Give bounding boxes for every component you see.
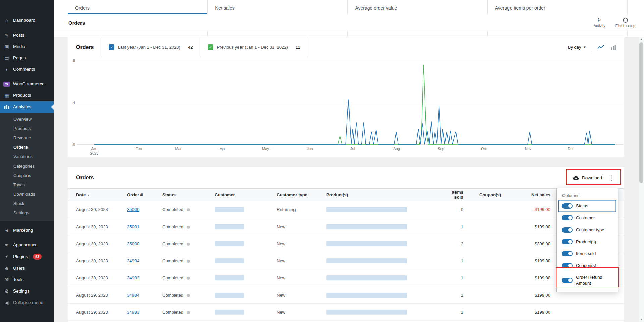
- y-axis-label: 4: [68, 100, 75, 105]
- legend-item-previous-year-jan-1-dec-31-2022[interactable]: ✓Previous year (Jan 1 - Dec 31, 2022)11: [200, 37, 308, 57]
- order-link[interactable]: 34993: [127, 275, 139, 280]
- column-header-order[interactable]: Order #: [127, 189, 162, 201]
- submenu-item-orders[interactable]: Orders: [0, 143, 54, 152]
- sidebar-item-pages[interactable]: ▤Pages: [0, 52, 54, 64]
- submenu-item-revenue[interactable]: Revenue: [0, 133, 54, 143]
- download-button[interactable]: Download: [573, 175, 602, 181]
- sidebar-item-settings[interactable]: ⚙Settings: [0, 285, 54, 297]
- x-axis-label-sep: Sep: [438, 146, 444, 151]
- interval-select[interactable]: By day ▾: [568, 45, 586, 50]
- column-header-customer-type[interactable]: Customer type: [277, 189, 326, 201]
- submenu-item-categories[interactable]: Categories: [0, 162, 54, 171]
- column-header-coupon-s[interactable]: Coupon(s): [465, 189, 521, 201]
- ellipsis-menu-button[interactable]: ⋮: [607, 175, 617, 181]
- columns-menu-item-product-s[interactable]: Product(s): [558, 236, 616, 248]
- sidebar-item-marketing[interactable]: ◄Marketing: [0, 224, 54, 236]
- redacted-product-name: [326, 275, 407, 280]
- status-label: Completed: [162, 224, 183, 229]
- toggle-label: Status: [576, 203, 588, 209]
- columns-menu-item-status[interactable]: Status: [558, 200, 616, 212]
- redacted-customer-name: [215, 207, 244, 212]
- checkbox-checked-icon[interactable]: ✓: [109, 44, 114, 50]
- scrollbar-thumb[interactable]: [639, 42, 643, 183]
- column-header-product-s[interactable]: Product(s): [326, 189, 445, 201]
- cell-customer-type: New: [277, 286, 326, 304]
- submenu-item-settings[interactable]: Settings: [0, 208, 54, 218]
- sidebar-separator: [0, 26, 54, 29]
- cell-products: [326, 252, 445, 269]
- toggle-switch[interactable]: [562, 203, 573, 209]
- order-link[interactable]: 34983: [127, 310, 139, 315]
- vertical-scrollbar[interactable]: ▲ ▼: [639, 37, 644, 322]
- columns-menu-item-items-sold[interactable]: Items sold: [558, 248, 616, 260]
- submenu-item-overview[interactable]: Overview: [0, 115, 54, 124]
- column-header-label: Product(s): [326, 192, 348, 197]
- sidebar-item-tools[interactable]: ⚒Tools: [0, 274, 54, 285]
- legend-item-last-year-jan-1-dec-31-2023[interactable]: ✓Last year (Jan 1 - Dec 31, 2023)42: [101, 37, 200, 57]
- submenu-item-downloads[interactable]: Downloads: [0, 190, 54, 199]
- orders-table: Date▾Order #StatusCustomerCustomer typeP…: [68, 188, 624, 321]
- chart-svg: [94, 61, 615, 144]
- submenu-item-coupons[interactable]: Coupons: [0, 171, 54, 180]
- bar-chart-button[interactable]: [610, 44, 617, 51]
- checkbox-checked-icon[interactable]: ✓: [208, 44, 213, 50]
- columns-menu-item-customer-type[interactable]: Customer type: [558, 224, 616, 236]
- activity-button[interactable]: ⚐ Activity: [594, 18, 605, 28]
- legend-total: 11: [296, 45, 300, 50]
- status-dot-icon: [187, 243, 190, 246]
- toggle-switch[interactable]: [562, 215, 573, 220]
- toggle-switch[interactable]: [562, 239, 573, 244]
- sidebar-item-users[interactable]: ☻Users: [0, 263, 54, 274]
- sidebar-item-woocommerce[interactable]: WWooCommerce: [0, 78, 54, 90]
- submenu-item-variations[interactable]: Variations: [0, 152, 54, 162]
- cell-coupons: [465, 201, 521, 218]
- redacted-customer-name: [215, 258, 244, 263]
- column-header-customer[interactable]: Customer: [215, 189, 277, 201]
- x-axis-label-may: May: [262, 146, 269, 151]
- toggle-label: Coupon(s): [576, 263, 596, 269]
- columns-menu-item-customer[interactable]: Customer: [558, 212, 616, 224]
- toggle-switch[interactable]: [562, 263, 573, 268]
- pages-icon: ▤: [3, 56, 10, 61]
- submenu-item-stock[interactable]: Stock: [0, 199, 54, 208]
- toggle-switch[interactable]: [562, 251, 573, 256]
- table-title: Orders: [76, 175, 94, 181]
- finish-setup-button[interactable]: Finish setup: [615, 18, 635, 28]
- line-chart-button[interactable]: [597, 44, 605, 51]
- order-link[interactable]: 34984: [127, 293, 139, 298]
- sidebar-item-dashboard[interactable]: ⌂Dashboard: [0, 15, 54, 26]
- sidebar-item-media[interactable]: ▣Media: [0, 41, 54, 52]
- column-header-status[interactable]: Status: [162, 189, 215, 201]
- order-link[interactable]: 35000: [127, 241, 139, 246]
- cell-order-number: 35000: [127, 235, 162, 252]
- scroll-down-arrow-icon[interactable]: ▼: [639, 317, 644, 322]
- submenu-item-taxes[interactable]: Taxes: [0, 180, 54, 190]
- columns-menu-item-order-refund-amount[interactable]: Order Refund Amount: [558, 271, 616, 289]
- cell-customer-type: Returning: [277, 201, 326, 218]
- order-link[interactable]: 35000: [127, 207, 139, 212]
- sidebar-item-plugins[interactable]: ⚡Plugins53: [0, 251, 54, 263]
- sidebar-item-collapse[interactable]: ◀Collapse menu: [0, 297, 54, 308]
- cell-date: August 30, 2023: [68, 269, 127, 286]
- sort-caret-icon: ▾: [88, 193, 89, 197]
- cell-products: [326, 304, 445, 321]
- column-header-date[interactable]: Date▾: [68, 189, 127, 201]
- toggle-switch[interactable]: [562, 278, 573, 283]
- sidebar-item-analytics[interactable]: Analytics: [0, 101, 54, 113]
- sidebar-item-products[interactable]: ▦Products: [0, 90, 54, 101]
- cell-coupons: [465, 218, 521, 235]
- download-cloud-icon: [573, 175, 579, 181]
- sidebar-item-appearance[interactable]: ✒Appearance: [0, 239, 54, 251]
- tools-icon: ⚒: [3, 277, 10, 282]
- columns-menu-item-coupon-s[interactable]: Coupon(s): [558, 260, 616, 272]
- sidebar-item-comments[interactable]: ◗Comments: [0, 64, 54, 75]
- toggle-switch[interactable]: [562, 227, 573, 233]
- scroll-up-arrow-icon[interactable]: ▲: [639, 37, 644, 42]
- submenu-item-products[interactable]: Products: [0, 124, 54, 133]
- status-dot-icon: [187, 260, 190, 263]
- column-header-items-sold[interactable]: Items sold: [445, 189, 465, 201]
- order-link[interactable]: 34994: [127, 258, 139, 263]
- sidebar-item-posts[interactable]: ✎Posts: [0, 29, 54, 41]
- order-link[interactable]: 35001: [127, 224, 139, 229]
- cell-status: Completed: [162, 304, 215, 321]
